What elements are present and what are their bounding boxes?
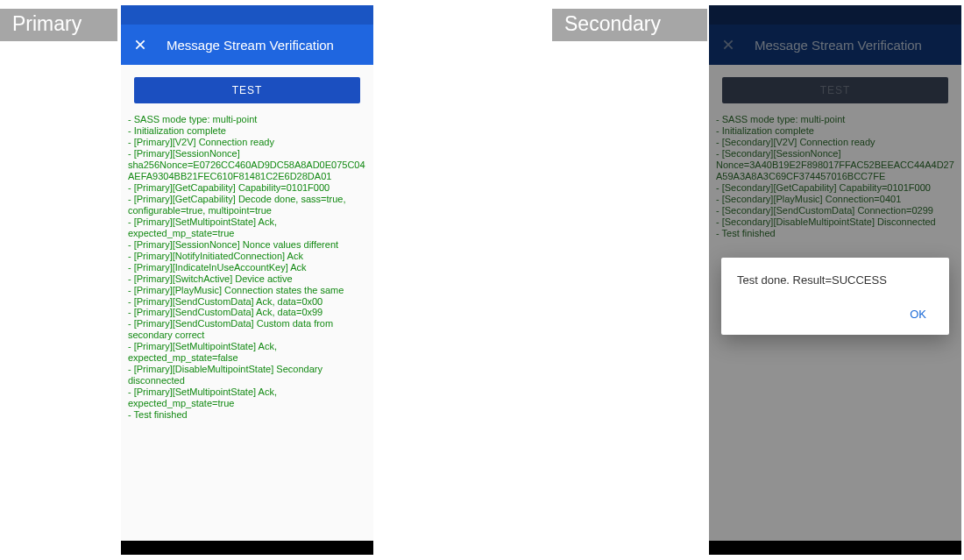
dialog-actions: OK (737, 302, 933, 326)
log-line: - [Primary][SendCustomData] Custom data … (128, 318, 366, 341)
phone-primary: Message Stream Verification TEST - SASS … (121, 5, 373, 555)
label-secondary: Secondary (552, 9, 707, 41)
log-line: - [Primary][SwitchActive] Device active (128, 273, 366, 285)
log-line: - [Primary][SetMultipointState] Ack, exp… (128, 216, 366, 239)
log-line: - [Primary][PlayMusic] Connection states… (128, 285, 366, 296)
log-line: - [Primary][IndicateInUseAccountKey] Ack (128, 262, 366, 273)
log-line: - [Primary][GetCapability] Capability=01… (128, 182, 366, 194)
log-line: - [Primary][DisableMultipointState] Seco… (128, 364, 366, 386)
log-line: - Initialization complete (128, 125, 366, 137)
log-line: - SASS mode type: multi-point (716, 114, 954, 125)
app-title: Message Stream Verification (167, 38, 334, 53)
log-line: - [Secondary][SessionNonce] Nonce=3A40B1… (716, 148, 954, 182)
log-line: - [Secondary][SendCustomData] Connection… (716, 205, 954, 216)
log-line: - [Primary][SessionNonce] sha256Nonce=E0… (128, 148, 366, 182)
log-line: - [Primary][SendCustomData] Ack, data=0x… (128, 296, 366, 308)
dialog-ok-button[interactable]: OK (903, 302, 933, 326)
log-output-secondary: - SASS mode type: multi-point - Initiali… (714, 114, 956, 239)
status-bar (709, 5, 961, 25)
app-bar: Message Stream Verification (121, 25, 373, 65)
content-area: TEST - SASS mode type: multi-point - Ini… (121, 65, 373, 541)
log-line: - [Primary][NotifyInitiatedConnection] A… (128, 251, 366, 262)
log-line: - SASS mode type: multi-point (128, 114, 366, 125)
phone-secondary: Message Stream Verification TEST - SASS … (709, 5, 961, 555)
dialog-message: Test done. Result=SUCCESS (737, 273, 933, 287)
log-line: - [Primary][GetCapability] Decode done, … (128, 194, 366, 216)
test-button[interactable]: TEST (134, 77, 360, 103)
log-line: - [Primary][SessionNonce] Nonce values d… (128, 239, 366, 251)
status-bar (121, 5, 373, 25)
result-dialog: Test done. Result=SUCCESS OK (721, 258, 949, 335)
log-line: - [Primary][SendCustomData] Ack, data=0x… (128, 307, 366, 318)
log-line: - [Secondary][PlayMusic] Connection=0401 (716, 194, 954, 205)
log-output-primary: - SASS mode type: multi-point - Initiali… (126, 114, 368, 421)
nav-bar (709, 541, 961, 555)
log-line: - [Primary][V2V] Connection ready (128, 137, 366, 148)
log-line: - [Secondary][GetCapability] Capability=… (716, 182, 954, 194)
close-icon[interactable] (133, 38, 147, 52)
log-line: - Initialization complete (716, 125, 954, 137)
app-bar: Message Stream Verification (709, 25, 961, 65)
test-button[interactable]: TEST (722, 77, 948, 103)
nav-bar (121, 541, 373, 555)
log-line: - Test finished (128, 409, 366, 421)
log-line: - [Primary][SetMultipointState] Ack, exp… (128, 341, 366, 364)
log-line: - Test finished (716, 228, 954, 239)
app-title: Message Stream Verification (755, 38, 922, 53)
label-primary: Primary (0, 9, 117, 41)
log-line: - [Primary][SetMultipointState] Ack, exp… (128, 386, 366, 409)
close-icon[interactable] (721, 38, 735, 52)
log-line: - [Secondary][V2V] Connection ready (716, 137, 954, 148)
log-line: - [Secondary][DisableMultipointState] Di… (716, 216, 954, 228)
